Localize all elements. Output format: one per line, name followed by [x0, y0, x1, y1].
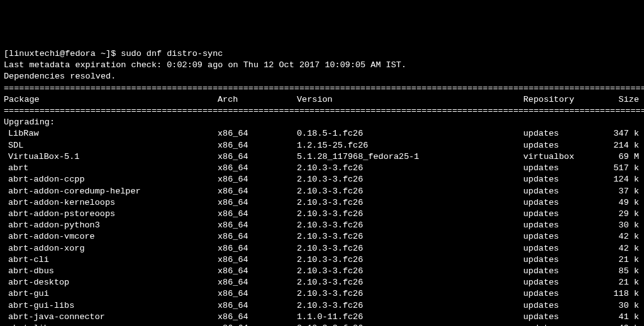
table-row: abrt-clix86_642.10.3-3.fc26updates21 k [4, 255, 639, 264]
package-version: 2.10.3-3.fc26 [297, 277, 523, 288]
package-repo: updates [523, 288, 611, 300]
table-row: abrt-dbusx86_642.10.3-3.fc26updates85 k [4, 266, 639, 276]
package-version: 1.1.0-11.fc26 [297, 312, 523, 323]
package-name: SDL [4, 140, 218, 151]
package-version: 2.10.3-3.fc26 [297, 300, 523, 312]
package-arch: x86_64 [218, 243, 297, 254]
package-version: 2.10.3-3.fc26 [297, 231, 523, 242]
table-row: abrt-addon-pstoreoopsx86_642.10.3-3.fc26… [4, 209, 639, 219]
package-arch: x86_64 [218, 231, 297, 242]
package-version: 1.2.15-25.fc26 [297, 140, 523, 151]
package-name: abrt-addon-coredump-helper [4, 186, 218, 197]
package-name: abrt-addon-pstoreoops [4, 209, 218, 220]
header-version: Version [297, 94, 523, 106]
table-row: abrt-guix86_642.10.3-3.fc26updates118 k [4, 289, 639, 298]
package-size: 30 k [611, 300, 639, 312]
table-row: abrt-java-connectorx86_641.1.0-11.fc26up… [4, 312, 639, 322]
package-version: 2.10.3-3.fc26 [297, 254, 523, 266]
separator-line: ========================================… [4, 84, 644, 93]
package-arch: x86_64 [218, 163, 297, 174]
package-arch: x86_64 [218, 128, 297, 139]
package-version: 2.10.3-3.fc26 [297, 266, 523, 277]
package-repo: updates [523, 254, 611, 266]
package-repo: updates [523, 266, 611, 277]
package-size: 69 M [611, 151, 639, 163]
table-row: LibRawx86_640.18.5-1.fc26updates347 k [4, 129, 639, 138]
table-row: VirtualBox-5.1x86_645.1.28_117968_fedora… [4, 152, 639, 161]
package-arch: x86_64 [218, 312, 297, 323]
section-label: Upgrading: [4, 117, 55, 127]
table-row: abrt-gui-libsx86_642.10.3-3.fc26updates3… [4, 301, 639, 310]
package-size: 517 k [611, 163, 639, 174]
package-size: 118 k [611, 288, 639, 300]
package-size: 21 k [611, 254, 639, 266]
package-arch: x86_64 [218, 220, 297, 231]
shell-prompt: [linuxtechi@fedora ~]$ sudo dnf distro-s… [4, 49, 223, 58]
package-repo: updates [523, 323, 611, 326]
package-repo: virtualbox [523, 151, 611, 163]
package-version: 2.10.3-3.fc26 [297, 220, 523, 231]
package-arch: x86_64 [218, 140, 297, 151]
package-name: LibRaw [4, 128, 218, 139]
package-arch: x86_64 [218, 151, 297, 163]
header-package: Package [4, 94, 218, 106]
header-arch: Arch [218, 94, 297, 106]
table-row: abrtx86_642.10.3-3.fc26updates517 k [4, 163, 639, 173]
package-version: 2.10.3-3.fc26 [297, 209, 523, 220]
package-name: abrt-libs [4, 323, 218, 326]
table-row: abrt-libsx86_642.10.3-3.fc26updates49 k [4, 323, 639, 326]
package-name: abrt-dbus [4, 266, 218, 277]
package-repo: updates [523, 186, 611, 197]
package-size: 29 k [611, 209, 639, 220]
package-repo: updates [523, 128, 611, 139]
package-arch: x86_64 [218, 277, 297, 288]
package-repo: updates [523, 300, 611, 312]
package-repo: updates [523, 277, 611, 288]
package-name: abrt-addon-python3 [4, 220, 218, 231]
separator-line: ========================================… [4, 106, 644, 116]
package-repo: updates [523, 209, 611, 220]
package-size: 347 k [611, 128, 639, 139]
package-name: abrt-desktop [4, 277, 218, 288]
package-name: abrt-cli [4, 254, 218, 266]
package-name: VirtualBox-5.1 [4, 151, 218, 163]
package-version: 2.10.3-3.fc26 [297, 243, 523, 254]
package-size: 42 k [611, 243, 639, 254]
package-name: abrt-addon-xorg [4, 243, 218, 254]
package-arch: x86_64 [218, 186, 297, 197]
package-name: abrt-addon-kerneloops [4, 197, 218, 209]
package-size: 37 k [611, 186, 639, 197]
package-version: 2.10.3-3.fc26 [297, 174, 523, 185]
package-repo: updates [523, 174, 611, 185]
table-row: SDLx86_641.2.15-25.fc26updates214 k [4, 141, 639, 150]
table-row: abrt-addon-coredump-helperx86_642.10.3-3… [4, 187, 639, 196]
package-arch: x86_64 [218, 323, 297, 326]
table-row: abrt-addon-vmcorex86_642.10.3-3.fc26upda… [4, 232, 639, 241]
package-name: abrt-addon-ccpp [4, 174, 218, 185]
package-arch: x86_64 [218, 254, 297, 266]
package-size: 85 k [611, 266, 639, 277]
package-repo: updates [523, 220, 611, 231]
header-repository: Repository [523, 94, 611, 106]
package-name: abrt [4, 163, 218, 174]
package-repo: updates [523, 140, 611, 151]
package-name: abrt-gui-libs [4, 300, 218, 312]
package-version: 0.18.5-1.fc26 [297, 128, 523, 139]
package-version: 5.1.28_117968_fedora25-1 [297, 151, 523, 163]
package-arch: x86_64 [218, 266, 297, 277]
dependencies-line: Dependencies resolved. [4, 72, 116, 81]
package-repo: updates [523, 231, 611, 242]
package-size: 30 k [611, 220, 639, 231]
package-arch: x86_64 [218, 197, 297, 209]
package-size: 49 k [611, 197, 639, 209]
package-repo: updates [523, 197, 611, 209]
package-size: 49 k [611, 323, 639, 326]
package-version: 2.10.3-3.fc26 [297, 323, 523, 326]
package-name: abrt-gui [4, 288, 218, 300]
table-row: abrt-addon-python3x86_642.10.3-3.fc26upd… [4, 220, 639, 230]
package-size: 124 k [611, 174, 639, 185]
package-size: 214 k [611, 140, 639, 151]
table-row: abrt-desktopx86_642.10.3-3.fc26updates21… [4, 278, 639, 287]
package-version: 2.10.3-3.fc26 [297, 288, 523, 300]
package-repo: updates [523, 243, 611, 254]
